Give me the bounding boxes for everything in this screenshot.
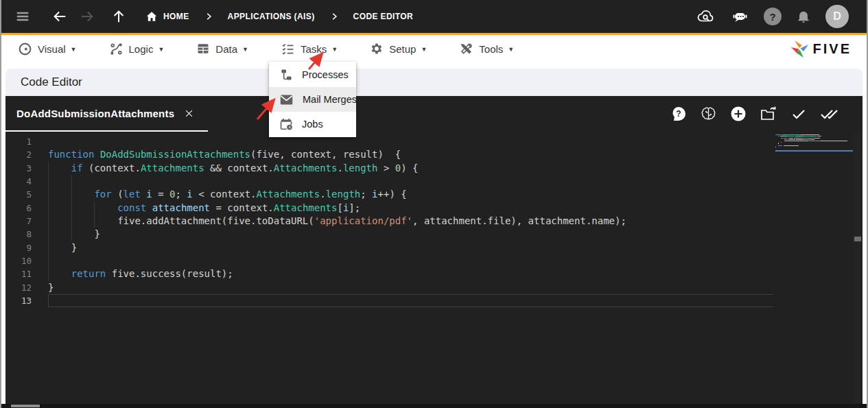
line-number: 12	[5, 281, 32, 294]
code-line-3[interactable]: 3 if (context.Attachments && context.Att…	[5, 162, 863, 175]
code-line-8[interactable]: 8 }	[5, 228, 863, 241]
brain-icon[interactable]	[700, 106, 717, 122]
line-content	[48, 294, 773, 307]
chevron-down-icon: ▼	[331, 45, 338, 53]
breadcrumb-label[interactable]: HOME	[163, 12, 189, 21]
code-editor[interactable]: 12function DoAddSubmissionAttachments(fi…	[5, 132, 863, 404]
line-content: return five.success(result);	[48, 267, 773, 280]
chevron-right-icon	[329, 12, 339, 21]
horizontal-scrollbar[interactable]	[1, 404, 867, 408]
breadcrumb-home[interactable]: HOME	[145, 10, 189, 23]
code-line-9[interactable]: 9 }	[5, 241, 863, 254]
line-number: 4	[5, 175, 32, 188]
code-line-2[interactable]: 2function DoAddSubmissionAttachments(fiv…	[5, 148, 863, 161]
menubar-item-visual[interactable]: Visual▼	[18, 42, 77, 56]
code-line-7[interactable]: 7 five.addAttachment(five.toDataURL('app…	[5, 215, 863, 228]
add-icon[interactable]	[730, 106, 747, 122]
hamburger-menu-icon[interactable]	[15, 9, 30, 24]
code-line-12[interactable]: 12}	[5, 281, 863, 294]
minimap[interactable]	[775, 133, 853, 149]
tasks-dropdown-menu: ProcessesMail MergesJobs	[269, 62, 356, 137]
breadcrumb-applications[interactable]: APPLICATIONS (AIS)	[228, 12, 315, 21]
help-head-icon[interactable]: ?	[670, 106, 687, 122]
five-logo-pinwheel	[790, 40, 809, 58]
code-line-13[interactable]: 13	[5, 294, 863, 307]
menubar-item-label: Logic	[129, 43, 154, 55]
code-line-4[interactable]: 4	[5, 175, 863, 188]
line-content: const attachment = context.Attachments[i…	[48, 202, 773, 215]
line-content: }	[48, 241, 773, 254]
forward-arrow-icon[interactable]	[80, 9, 95, 24]
five-logo: FIVE	[790, 40, 852, 58]
help-icon[interactable]: ?	[764, 8, 782, 25]
chevron-down-icon: ▼	[421, 45, 427, 53]
line-number: 13	[5, 294, 32, 307]
chevron-right-icon	[204, 12, 213, 21]
code-line-1[interactable]: 1	[5, 135, 863, 148]
line-number: 2	[5, 148, 32, 161]
avatar[interactable]: D	[825, 5, 849, 28]
editor-tab-bar: DoAddSubmissionAttachments ?	[5, 96, 863, 132]
cloud-search-icon[interactable]	[696, 8, 716, 25]
back-arrow-icon[interactable]	[52, 9, 67, 24]
line-content: }	[48, 228, 773, 241]
menubar-item-label: Visual	[38, 43, 66, 55]
menubar-item-tools[interactable]: Tools▼	[459, 42, 514, 56]
menu-item-processes[interactable]: Processes	[269, 62, 356, 87]
code-lines: 12function DoAddSubmissionAttachments(fi…	[5, 135, 863, 307]
top-nav-bar: HOME APPLICATIONS (AIS) CODE EDITOR	[1, 0, 867, 35]
tab-label: DoAddSubmissionAttachments	[16, 108, 174, 119]
minimap-cursor-line	[775, 150, 853, 152]
topbar-actions: ? D	[696, 5, 849, 28]
chevron-down-icon: ▼	[242, 45, 248, 53]
five-logo-text: FIVE	[813, 41, 852, 57]
line-number: 8	[5, 228, 32, 241]
chevron-down-icon: ▼	[71, 45, 77, 53]
code-line-5[interactable]: 5 for (let i = 0; i < context.Attachment…	[5, 188, 863, 201]
line-content	[48, 135, 773, 148]
menubar-item-label: Tasks	[301, 43, 327, 55]
code-line-10[interactable]: 10	[5, 254, 863, 267]
menu-item-mail-merges[interactable]: Mail Merges	[269, 87, 356, 112]
menu-item-label: Mail Merges	[303, 94, 357, 105]
code-line-6[interactable]: 6 const attachment = context.Attachments…	[5, 202, 863, 215]
menubar-item-tasks[interactable]: Tasks▼	[281, 42, 338, 56]
line-content: if (context.Attachments && context.Attac…	[48, 162, 773, 175]
line-content: for (let i = 0; i < context.Attachments.…	[48, 188, 773, 201]
line-number: 1	[5, 135, 32, 148]
menu-item-label: Jobs	[302, 119, 323, 130]
line-number: 7	[5, 215, 32, 228]
menu-item-label: Processes	[302, 69, 349, 80]
line-number: 6	[5, 202, 32, 215]
line-number: 5	[5, 188, 32, 201]
menubar-item-label: Tools	[479, 43, 503, 55]
line-content	[48, 254, 773, 267]
menu-item-jobs[interactable]: Jobs	[269, 112, 356, 136]
assistant-bot-icon[interactable]	[730, 8, 749, 25]
close-icon[interactable]	[184, 108, 194, 119]
notifications-bell-icon[interactable]	[796, 9, 811, 24]
up-arrow-icon[interactable]	[111, 9, 126, 24]
line-content: function DoAddSubmissionAttachments(five…	[48, 148, 773, 161]
line-content: five.addAttachment(five.toDataURL('appli…	[48, 215, 773, 228]
home-icon	[145, 10, 158, 23]
breadcrumb-code-editor[interactable]: CODE EDITOR	[353, 12, 414, 21]
check-icon[interactable]	[790, 106, 807, 122]
menubar-item-data[interactable]: Data▼	[196, 42, 248, 56]
line-number: 11	[5, 267, 32, 280]
code-line-11[interactable]: 11 return five.success(result);	[5, 267, 863, 280]
svg-text:?: ?	[676, 109, 681, 119]
menu-toolbar: Visual▼Logic▼Data▼Tasks▼Setup▼Tools▼ FIV…	[1, 35, 867, 62]
menubar-item-logic[interactable]: Logic▼	[109, 42, 165, 56]
open-file-icon[interactable]	[760, 106, 777, 122]
tab-doaddsubmissionattachments[interactable]: DoAddSubmissionAttachments	[5, 96, 208, 132]
double-check-icon[interactable]	[820, 106, 839, 122]
line-number: 10	[5, 254, 32, 267]
editor-vertical-scrollbar[interactable]	[853, 132, 863, 404]
page-title: Code Editor	[21, 75, 82, 89]
horizontal-scrollbar-thumb[interactable]	[11, 405, 40, 407]
menubar-item-setup[interactable]: Setup▼	[370, 42, 427, 56]
menubar-item-label: Data	[215, 43, 237, 55]
scrollbar-thumb[interactable]	[854, 237, 861, 241]
line-content	[48, 175, 773, 188]
